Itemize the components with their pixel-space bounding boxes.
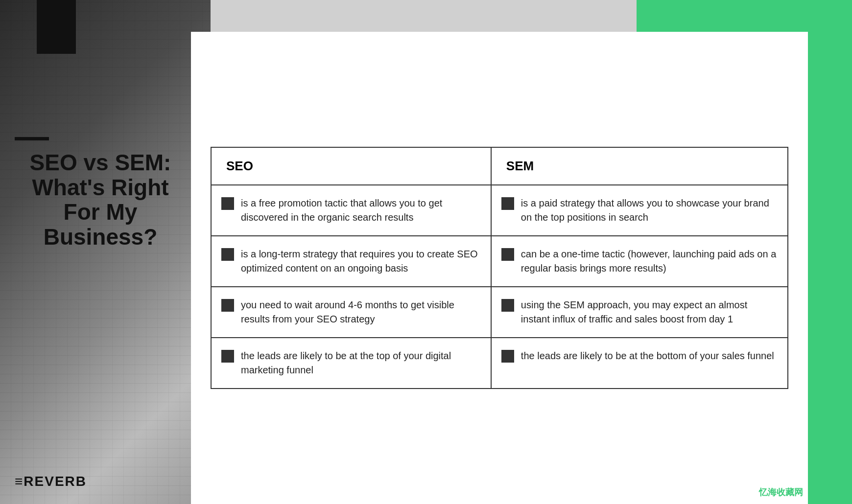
table-cell-2-0: you need to wait around 4-6 months to ge… [211,287,491,338]
cell-text: using the SEM approach, you may expect a… [521,298,778,326]
bullet-square-icon [221,299,234,312]
bullet-square-icon [501,299,514,312]
bullet-square-icon [221,197,234,210]
cell-text: can be a one-time tactic (however, launc… [521,247,778,275]
table-cell-2-1: using the SEM approach, you may expect a… [491,287,788,338]
table-cell-1-1: can be a one-time tactic (however, launc… [491,236,788,287]
cell-text: you need to wait around 4-6 months to ge… [241,298,481,326]
cell-text: is a paid strategy that allows you to sh… [521,196,778,225]
bullet-square-icon [221,350,234,363]
table-row: is a free promotion tactic that allows y… [211,185,788,236]
table-row: the leads are likely to be at the top of… [211,338,788,389]
logo-area: ≡REVERB [15,474,87,489]
title-area: SEO vs SEM: What's Right For My Business… [15,137,186,249]
table-cell-3-0: the leads are likely to be at the top of… [211,338,491,389]
column-header-sem: SEM [491,147,788,185]
table-row: is a long-term strategy that requires yo… [211,236,788,287]
left-panel: SEO vs SEM: What's Right For My Business… [0,0,211,504]
bullet-square-icon [221,248,234,261]
column-header-seo: SEO [211,147,491,185]
comparison-table: SEO SEM is a free promotion tactic that … [211,147,788,389]
right-green-panel [808,0,852,504]
bullet-square-icon [501,197,514,210]
bullet-square-icon [501,248,514,261]
table-cell-1-0: is a long-term strategy that requires yo… [211,236,491,287]
cell-text: is a free promotion tactic that allows y… [241,196,481,225]
watermark: 忆海收藏网 [759,486,803,498]
cell-text: is a long-term strategy that requires yo… [241,247,481,275]
table-cell-0-1: is a paid strategy that allows you to sh… [491,185,788,236]
bullet-square-icon [501,350,514,363]
title-dash [15,137,49,140]
table-cell-3-1: the leads are likely to be at the bottom… [491,338,788,389]
black-bar-decoration [37,0,76,54]
main-content: SEO SEM is a free promotion tactic that … [191,32,808,504]
page-title: SEO vs SEM: What's Right For My Business… [15,150,186,249]
cell-text: the leads are likely to be at the top of… [241,349,481,377]
table-cell-0-0: is a free promotion tactic that allows y… [211,185,491,236]
logo: ≡REVERB [15,474,87,489]
table-row: you need to wait around 4-6 months to ge… [211,287,788,338]
cell-text: the leads are likely to be at the bottom… [521,349,774,363]
